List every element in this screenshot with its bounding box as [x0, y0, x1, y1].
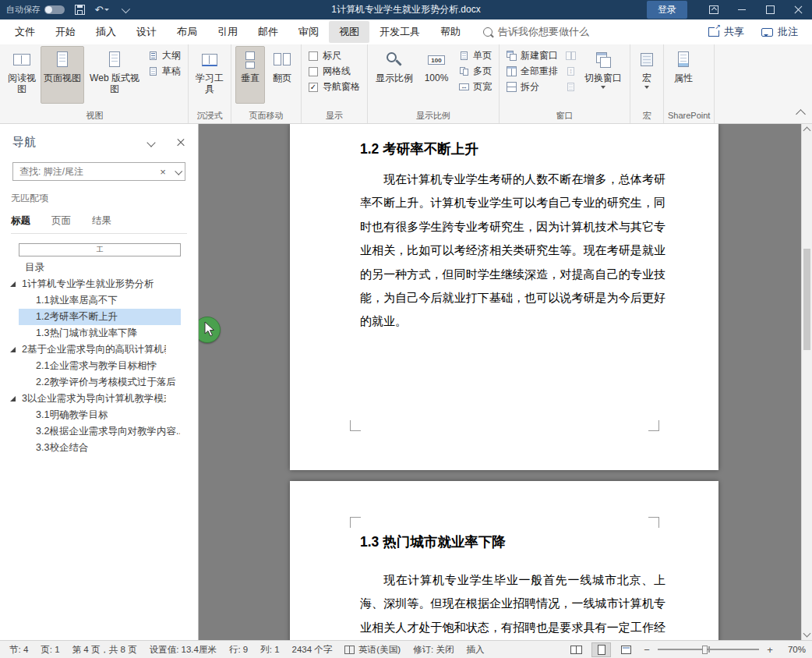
nav-heading-item[interactable]: 3以企业需求为导向计算机教学模式...: [0, 391, 198, 407]
print-layout-view-button[interactable]: [591, 642, 611, 657]
autosave-switch-icon[interactable]: [44, 5, 65, 14]
login-button[interactable]: 登录: [647, 1, 687, 19]
ruler-checkbox-icon[interactable]: [309, 51, 318, 61]
vertical-scrollbar[interactable]: [801, 124, 812, 640]
scroll-down-icon[interactable]: [803, 630, 811, 638]
share-button[interactable]: 共享: [701, 22, 752, 42]
autosave-toggle[interactable]: 自动保存: [6, 4, 65, 16]
nav-heading-item[interactable]: 1计算机专业学生就业形势分析: [0, 276, 198, 292]
nav-tab-results[interactable]: 结果: [92, 214, 111, 228]
ribbon-tab-references[interactable]: 引用: [207, 21, 248, 43]
nav-heading-item[interactable]: 3.2根据企业需求导向对教学内容...: [0, 423, 198, 440]
ribbon-tab-developer[interactable]: 开发工具: [369, 21, 430, 43]
ribbon-button-side-to-side[interactable]: 翻页: [267, 46, 297, 104]
search-options-button[interactable]: [171, 163, 185, 180]
ribbon-button-print-layout[interactable]: 页面视图: [41, 46, 84, 104]
ribbon-button-zoom-100[interactable]: 100%: [419, 46, 454, 104]
zoom-slider[interactable]: [658, 644, 759, 655]
nav-options-chevron-icon[interactable]: [147, 138, 155, 147]
page1-body[interactable]: 现在计算机专业学生考研的人数不断在增多，总体考研率不断上升。计算机专业学生可以考…: [360, 168, 665, 334]
ribbon-button-new-window[interactable]: 新建窗口: [503, 48, 561, 63]
document-canvas[interactable]: 1.2 考研率不断上升 现在计算机专业学生考研的人数不断在增多，总体考研率不断上…: [199, 124, 812, 640]
collapse-triangle-icon[interactable]: [10, 396, 16, 402]
customize-quick-access-button[interactable]: [117, 0, 132, 19]
close-button[interactable]: [784, 0, 812, 19]
nav-heading-item[interactable]: 2基于企业需求导向的高职计算机教...: [0, 341, 198, 358]
collapse-triangle-icon[interactable]: [10, 281, 16, 287]
status-item[interactable]: 页: 1: [34, 644, 65, 656]
ribbon-button-split[interactable]: 拆分: [503, 80, 561, 94]
nav-search-box[interactable]: 查找: 脚注/尾注: [12, 162, 185, 181]
ribbon-button-switch-windows[interactable]: 切换窗口: [581, 46, 626, 104]
ribbon-tab-help[interactable]: 帮助: [430, 21, 471, 43]
ribbon-button-arrange-all[interactable]: 全部重排: [503, 64, 561, 79]
status-item[interactable]: 英语(美国): [338, 644, 407, 656]
ribbon-button-outline[interactable]: 大纲: [145, 48, 184, 63]
nav-heading-item[interactable]: 3.3校企结合: [0, 440, 198, 456]
collapse-triangle-icon[interactable]: [10, 347, 16, 352]
checkbox-gridlines[interactable]: 网格线: [305, 64, 363, 79]
ribbon-display-options-button[interactable]: [700, 0, 728, 19]
nav-heading-item[interactable]: 2.1企业需求与教学目标相悖: [0, 358, 198, 374]
ribbon-button-multiple-pages[interactable]: 多页: [456, 64, 495, 79]
ribbon-button-page-width[interactable]: 页宽: [456, 80, 495, 94]
document-page-1[interactable]: 1.2 考研率不断上升 现在计算机专业学生考研的人数不断在增多，总体考研率不断上…: [290, 124, 718, 470]
ribbon-tab-file[interactable]: 文件: [5, 21, 45, 43]
status-item[interactable]: 设置值: 13.4厘米: [143, 644, 223, 656]
ribbon-button-draft[interactable]: 草稿: [145, 64, 184, 79]
ribbon-button-one-page[interactable]: 单页: [456, 48, 495, 63]
ribbon-button-view-side-by-side[interactable]: [563, 48, 578, 63]
ribbon-tab-layout[interactable]: 布局: [167, 21, 207, 43]
status-item[interactable]: 第 4 页，共 8 页: [66, 644, 143, 656]
nav-heading-item[interactable]: 1.3热门城市就业率下降: [0, 325, 198, 341]
ribbon-button-synchronous-scrolling[interactable]: [563, 64, 578, 79]
tell-me-search[interactable]: 告诉我你想要做什么: [483, 25, 589, 39]
ribbon-tab-home[interactable]: 开始: [45, 21, 86, 43]
nav-heading-box[interactable]: 工: [19, 243, 181, 256]
ribbon-button-reset-window-position[interactable]: [563, 80, 578, 94]
nav-heading-item[interactable]: 1.2考研率不断上升: [0, 309, 198, 325]
ribbon-button-learning-tools[interactable]: 学习工具: [192, 46, 227, 104]
status-item[interactable]: 插入: [460, 644, 490, 656]
nav-heading-item[interactable]: 目录: [0, 260, 198, 276]
save-button[interactable]: [72, 0, 87, 19]
read-mode-view-button[interactable]: [567, 642, 586, 657]
nav-heading-item[interactable]: 3.1明确教学目标: [0, 407, 198, 423]
ribbon-button-zoom[interactable]: 显示比例: [372, 46, 417, 104]
zoom-out-button[interactable]: [641, 644, 652, 656]
status-item[interactable]: 行: 9: [223, 644, 254, 656]
nav-close-icon[interactable]: [176, 138, 185, 147]
clear-search-icon[interactable]: [155, 166, 171, 178]
ribbon-tab-mailings[interactable]: 邮件: [248, 21, 288, 43]
ribbon-button-macros[interactable]: 宏: [634, 46, 659, 104]
page2-body[interactable]: 现在计算机专业学生毕业一般首先一线城市北京、上海、深圳等。但现在根据企业招聘情况…: [360, 568, 665, 640]
status-item[interactable]: 2434 个字: [286, 644, 339, 656]
nav-tab-headings[interactable]: 标题: [11, 214, 30, 228]
zoom-slider-thumb[interactable]: [702, 646, 708, 654]
ribbon-tab-design[interactable]: 设计: [126, 21, 167, 43]
checkbox-ruler[interactable]: 标尺: [305, 48, 363, 63]
ribbon-tab-review[interactable]: 审阅: [288, 21, 329, 43]
ribbon-button-properties[interactable]: 属性: [668, 46, 699, 104]
page1-heading[interactable]: 1.2 考研率不断上升: [360, 140, 478, 158]
checkbox-navigation-pane[interactable]: ✓导航窗格: [305, 80, 363, 94]
gridlines-checkbox-icon[interactable]: [309, 67, 318, 76]
nav-tab-pages[interactable]: 页面: [51, 214, 71, 228]
scroll-up-icon[interactable]: [803, 127, 811, 135]
undo-button[interactable]: [94, 0, 110, 19]
ribbon-tab-view[interactable]: 视图: [329, 21, 369, 43]
zoom-in-button[interactable]: [764, 644, 775, 656]
ribbon-button-vertical[interactable]: 垂直: [235, 46, 265, 104]
navigation-pane-checkbox-icon[interactable]: ✓: [309, 83, 318, 92]
comments-button[interactable]: 批注: [754, 22, 806, 42]
page2-heading[interactable]: 1.3 热门城市就业率下降: [360, 532, 506, 551]
web-layout-view-button[interactable]: [616, 642, 636, 657]
status-item[interactable]: 节: 4: [3, 644, 34, 656]
nav-heading-item[interactable]: 1.1就业率居高不下: [0, 292, 198, 309]
zoom-percentage[interactable]: 70%: [781, 645, 806, 654]
minimize-button[interactable]: [728, 0, 756, 19]
status-item[interactable]: 修订: 关闭: [407, 644, 460, 656]
ribbon-button-read-mode[interactable]: 阅读视图: [5, 46, 38, 104]
document-page-2[interactable]: 1.3 热门城市就业率下降 现在计算机专业学生毕业一般首先一线城市北京、上海、深…: [290, 481, 718, 640]
ribbon-tab-insert[interactable]: 插入: [86, 21, 126, 43]
